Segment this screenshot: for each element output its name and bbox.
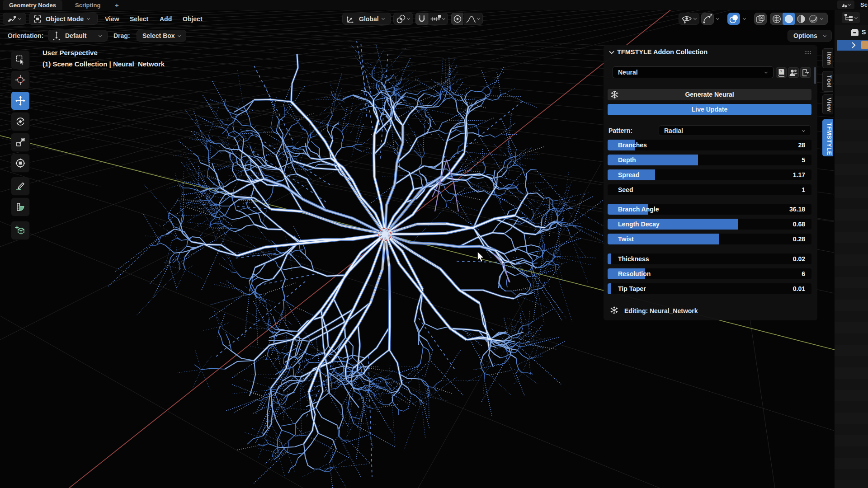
svg-text:?: ?: [779, 70, 782, 74]
